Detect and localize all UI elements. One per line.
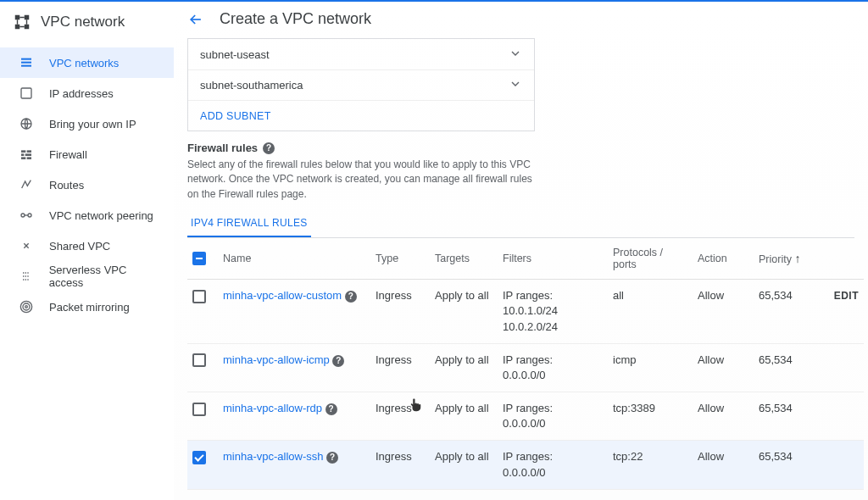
th-action[interactable]: Action xyxy=(693,238,754,280)
rule-checkbox[interactable] xyxy=(192,290,206,303)
back-icon[interactable] xyxy=(187,11,204,28)
svg-rect-0 xyxy=(15,15,20,20)
sidebar-item-label: IP addresses xyxy=(49,87,114,100)
subnet-row-southamerica[interactable]: subnet-southamerica xyxy=(188,69,534,100)
sidebar-item-label: Routes xyxy=(49,179,84,192)
svg-point-15 xyxy=(21,214,25,217)
add-subnet-row: ADD SUBNET xyxy=(188,100,534,131)
svg-point-16 xyxy=(28,214,31,217)
svg-rect-3 xyxy=(25,25,30,30)
rule-name[interactable]: minha-vpc-allow-ssh ? xyxy=(218,441,370,489)
rule-checkbox[interactable] xyxy=(192,451,206,464)
chevron-down-icon xyxy=(509,47,522,63)
rule-targets: Apply to all xyxy=(430,280,498,344)
rule-protocols: all xyxy=(608,280,693,344)
rule-protocols: tcp:22 xyxy=(608,441,693,489)
sidebar-item-ip-addresses[interactable]: IP addresses xyxy=(0,78,174,108)
sidebar-item-label: VPC network peering xyxy=(49,209,153,222)
main-panel: Create a VPC network subnet-useast subne… xyxy=(174,2,868,500)
mirror-icon xyxy=(19,300,34,314)
help-icon[interactable]: ? xyxy=(345,291,357,303)
svg-rect-2 xyxy=(15,25,20,30)
rule-priority: 65,534 xyxy=(754,441,821,489)
subnet-row-useast[interactable]: subnet-useast xyxy=(188,39,534,69)
rule-name[interactable]: minha-vpc-deny-all-ingress ? xyxy=(218,489,370,500)
sidebar-item-shared-vpc[interactable]: Shared VPC xyxy=(0,231,174,261)
rule-filters: IP ranges:0.0.0.0/0 xyxy=(498,343,608,392)
add-subnet-button[interactable]: ADD SUBNET xyxy=(200,110,271,122)
svg-rect-5 xyxy=(21,62,31,64)
rule-targets: Apply to all xyxy=(430,489,498,500)
sidebar-item-label: Packet mirroring xyxy=(49,301,130,314)
th-protocols[interactable]: Protocols / ports xyxy=(608,238,693,280)
firewall-icon xyxy=(19,147,34,161)
svg-point-17 xyxy=(25,306,28,308)
tab-ipv4-firewall[interactable]: IPV4 FIREWALL RULES xyxy=(187,210,311,237)
sidebar-item-label: VPC networks xyxy=(49,57,119,69)
firewall-description: Select any of the firewall rules below t… xyxy=(187,158,543,202)
peering-icon xyxy=(19,208,34,222)
svg-rect-7 xyxy=(21,88,31,98)
firewall-rules-table: Name Type Targets Filters Protocols / po… xyxy=(187,238,864,500)
rule-name[interactable]: minha-vpc-allow-icmp ? xyxy=(218,343,370,392)
firewall-rule-row: minha-vpc-allow-icmp ?IngressApply to al… xyxy=(187,343,864,392)
svg-rect-14 xyxy=(27,157,31,159)
rule-action: Allow xyxy=(693,441,754,489)
sidebar-item-packet-mirroring[interactable]: Packet mirroring xyxy=(0,292,174,322)
rule-name[interactable]: minha-vpc-allow-rdp ? xyxy=(218,392,370,441)
rule-filters: IP ranges:10.0.1.0/24 10.0.2.0/24 xyxy=(498,280,608,344)
chevron-down-icon xyxy=(509,77,522,93)
sidebar-item-label: Bring your own IP xyxy=(49,118,136,131)
svg-rect-12 xyxy=(25,153,31,156)
sidebar-item-vpc-network-peering[interactable]: VPC network peering xyxy=(0,200,174,231)
rule-checkbox[interactable] xyxy=(192,403,206,416)
subnet-label: subnet-southamerica xyxy=(200,79,303,92)
sidebar-nav: VPC networksIP addressesBring your own I… xyxy=(0,44,174,322)
rule-targets: Apply to all xyxy=(430,392,498,441)
help-icon[interactable]: ? xyxy=(263,142,275,154)
select-all-checkbox[interactable] xyxy=(192,252,206,265)
sidebar-item-vpc-networks[interactable]: VPC networks xyxy=(0,47,174,78)
svg-rect-13 xyxy=(21,157,25,159)
firewall-section-title: Firewall rules ? xyxy=(187,142,854,154)
th-select-all[interactable] xyxy=(187,238,218,280)
rule-targets: Apply to all xyxy=(430,441,498,489)
svg-rect-10 xyxy=(27,150,31,153)
sidebar-item-serverless-vpc-access[interactable]: Serverless VPC access xyxy=(0,261,174,292)
rule-action: Allow xyxy=(693,343,754,392)
firewall-rule-row: minha-vpc-allow-rdp ?IngressApply to all… xyxy=(187,392,864,441)
help-icon[interactable]: ? xyxy=(326,403,337,415)
rule-priority: 65,534 xyxy=(754,392,821,441)
rule-targets: Apply to all xyxy=(430,343,498,392)
rule-name[interactable]: minha-vpc-allow-custom ? xyxy=(218,280,370,344)
help-icon[interactable]: ? xyxy=(326,452,338,464)
rule-type: Ingress xyxy=(370,392,430,441)
product-title: VPC network xyxy=(0,2,174,44)
th-targets[interactable]: Targets xyxy=(430,238,498,280)
th-filters[interactable]: Filters xyxy=(498,238,608,280)
sidebar-item-routes[interactable]: Routes xyxy=(0,169,174,200)
rule-action: Allow xyxy=(693,280,754,344)
rule-filters: IP ranges:0.0.0.0/0 xyxy=(498,441,608,489)
grid-icon xyxy=(19,56,34,69)
th-priority[interactable]: Priority ↑ xyxy=(754,238,821,280)
firewall-rule-row: minha-vpc-allow-ssh ?IngressApply to all… xyxy=(187,441,864,489)
rule-checkbox[interactable] xyxy=(192,353,206,367)
rule-action: Deny xyxy=(693,489,754,500)
firewall-tabs: IPV4 FIREWALL RULES xyxy=(187,210,854,238)
th-name[interactable]: Name xyxy=(218,238,370,280)
vpc-network-icon xyxy=(12,12,32,32)
rule-priority: 65,534 xyxy=(754,343,821,392)
th-type[interactable]: Type xyxy=(370,238,430,280)
page-title: Create a VPC network xyxy=(220,10,371,28)
rule-protocols: icmp xyxy=(608,343,693,392)
ip-icon xyxy=(19,86,34,100)
svg-rect-9 xyxy=(21,150,25,153)
sidebar-item-firewall[interactable]: Firewall xyxy=(0,139,174,169)
sidebar-item-bring-your-own-ip[interactable]: Bring your own IP xyxy=(0,108,174,139)
routes-icon xyxy=(19,178,34,192)
help-icon[interactable]: ? xyxy=(332,355,344,367)
sidebar-item-label: Firewall xyxy=(49,148,87,161)
globe-icon xyxy=(19,117,34,131)
edit-button[interactable]: EDIT xyxy=(834,290,859,302)
